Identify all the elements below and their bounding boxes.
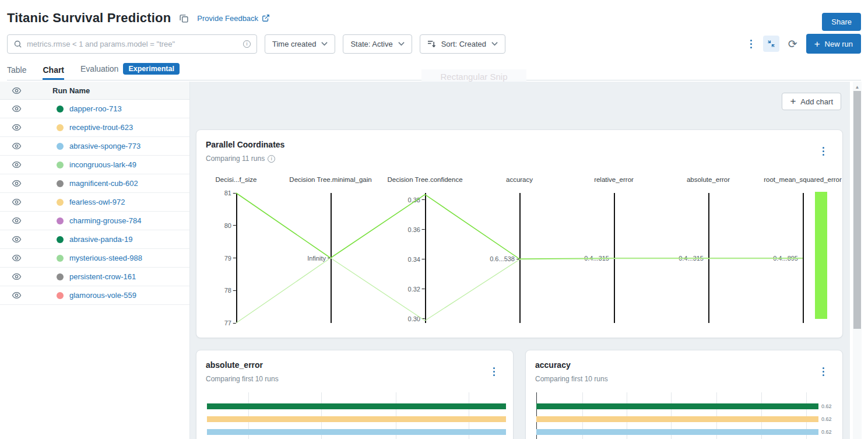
run-name-link[interactable]: abrasive-panda-19 <box>69 235 132 244</box>
bar-plot[interactable] <box>207 392 506 439</box>
run-row: charming-grouse-784 <box>0 212 189 230</box>
collapse-view-button[interactable] <box>763 36 779 52</box>
scrollbar-thumb[interactable] <box>853 91 861 329</box>
page-title: Titanic Survival Prediction <box>7 10 171 26</box>
add-chart-label: Add chart <box>800 97 833 106</box>
run-name-link[interactable]: dapper-roo-713 <box>69 104 122 113</box>
run-name-link[interactable]: persistent-crow-161 <box>69 272 136 281</box>
add-chart-button[interactable]: + Add chart <box>782 93 841 110</box>
visibility-eye-icon[interactable] <box>0 105 33 113</box>
run-name-link[interactable]: charming-grouse-784 <box>69 216 142 225</box>
overflow-menu-icon[interactable] <box>748 37 754 51</box>
provide-feedback-label: Provide Feedback <box>197 14 258 23</box>
chevron-down-icon <box>398 41 405 46</box>
metric-bar-chart-card: absolute_errorComparing first 10 runs <box>196 350 514 439</box>
new-run-label: New run <box>825 40 853 48</box>
run-name-link[interactable]: glamorous-vole-559 <box>69 291 136 300</box>
metric-bar[interactable] <box>536 403 818 409</box>
search-input[interactable] <box>27 40 238 48</box>
visibility-eye-icon[interactable] <box>0 198 33 206</box>
run-name-link[interactable]: receptive-trout-623 <box>69 123 133 132</box>
visibility-eye-icon[interactable] <box>0 273 33 280</box>
info-icon[interactable]: i <box>268 155 275 163</box>
run-row: fearless-owl-972 <box>0 193 189 212</box>
visibility-eye-icon[interactable] <box>0 124 33 131</box>
metric-bar[interactable] <box>207 403 506 409</box>
scroll-gutter: ▲ <box>850 82 868 439</box>
visibility-eye-icon[interactable] <box>0 254 33 262</box>
parallel-axis-label: relative_error <box>594 176 634 183</box>
chevron-down-icon <box>321 41 328 46</box>
parallel-axis-label: Decisi...f_size <box>216 176 257 183</box>
chevron-down-icon <box>491 41 498 46</box>
run-row: incongruous-lark-49 <box>0 156 189 174</box>
runs-table-header: Run Name <box>0 82 189 100</box>
copy-icon[interactable] <box>179 13 189 23</box>
experimental-badge: Experimental <box>123 63 180 75</box>
search-icon <box>13 40 22 48</box>
parallel-axis-label: Decision Tree.confidence <box>387 176 462 183</box>
visibility-eye-icon[interactable] <box>0 161 33 168</box>
visibility-eye-icon[interactable] <box>0 217 33 224</box>
metric-bar[interactable] <box>207 416 506 422</box>
chart-menu-icon[interactable] <box>820 145 827 158</box>
new-run-button[interactable]: + New run <box>806 34 861 54</box>
parallel-axis[interactable] <box>803 193 804 323</box>
run-name-link[interactable]: incongruous-lark-49 <box>69 160 136 169</box>
run-row: magnificent-cub-602 <box>0 174 189 193</box>
run-row: abrasive-panda-19 <box>0 230 189 249</box>
parallel-axis-label: accuracy <box>506 176 533 183</box>
run-name-link[interactable]: magnificent-cub-602 <box>69 179 138 188</box>
chart-menu-icon[interactable] <box>491 365 497 378</box>
search-info-icon[interactable]: i <box>243 40 251 48</box>
tab-table[interactable]: Table <box>7 65 26 80</box>
run-name-link[interactable]: abrasive-sponge-773 <box>69 142 140 150</box>
view-tabs: Table Chart Evaluation Experimental <box>7 61 861 80</box>
run-line <box>236 258 803 324</box>
run-row: persistent-crow-161 <box>0 268 189 286</box>
chart-title: absolute_error <box>196 350 513 370</box>
app-header: Titanic Survival Prediction Provide Feed… <box>0 0 868 82</box>
toggle-all-visibility-eye-icon[interactable] <box>0 87 33 94</box>
external-link-icon <box>262 14 270 22</box>
refresh-icon[interactable]: ⟳ <box>788 38 797 50</box>
metric-bar[interactable] <box>536 416 818 422</box>
collapse-icon <box>767 39 776 48</box>
axis-tick-label: 78 <box>224 287 236 294</box>
vertical-scrollbar[interactable]: ▲ <box>853 82 862 439</box>
bar-value-label: 0.62 <box>821 403 832 409</box>
parallel-coordinates-card: Parallel Coordinates Comparing 11 runs i… <box>196 129 843 338</box>
metric-bar[interactable] <box>536 429 818 435</box>
sort-icon <box>427 40 436 48</box>
parallel-coordinates-colorbar <box>815 192 827 319</box>
run-color-dot <box>57 273 64 280</box>
visibility-eye-icon[interactable] <box>0 236 33 243</box>
bar-plot[interactable]: 0.620.620.62 <box>536 392 818 439</box>
search-box[interactable]: i <box>7 34 257 54</box>
run-color-dot <box>57 106 64 113</box>
run-color-dot <box>57 124 64 131</box>
run-color-dot <box>57 255 64 262</box>
visibility-eye-icon[interactable] <box>0 292 33 299</box>
run-name-link[interactable]: fearless-owl-972 <box>69 198 125 206</box>
share-button[interactable]: Share <box>822 13 861 31</box>
parallel-coordinates-plot[interactable]: Decisi...f_size8180797877Decision Tree.m… <box>236 193 803 323</box>
filter-state-dropdown[interactable]: State: Active <box>343 34 412 54</box>
chart-menu-icon[interactable] <box>820 365 827 378</box>
run-row: receptive-trout-623 <box>0 118 189 137</box>
visibility-eye-icon[interactable] <box>0 180 33 187</box>
provide-feedback-link[interactable]: Provide Feedback <box>197 14 270 23</box>
run-name-link[interactable]: mysterious-steed-988 <box>69 254 142 262</box>
run-row: mysterious-steed-988 <box>0 249 189 268</box>
tab-chart[interactable]: Chart <box>43 65 64 80</box>
metric-bar[interactable] <box>207 429 506 435</box>
parallel-coordinates-title: Parallel Coordinates <box>196 130 842 149</box>
sort-dropdown[interactable]: Sort: Created <box>420 34 505 54</box>
visibility-eye-icon[interactable] <box>0 142 33 150</box>
tab-evaluation[interactable]: Evaluation Experimental <box>80 63 180 80</box>
axis-tick-label: 80 <box>224 222 236 229</box>
filter-time-created-dropdown[interactable]: Time created <box>265 34 335 54</box>
chart-title: accuracy <box>526 350 842 370</box>
scroll-up-icon[interactable]: ▲ <box>853 82 862 90</box>
runs-panel: Run Name dapper-roo-713receptive-trout-6… <box>0 82 190 439</box>
